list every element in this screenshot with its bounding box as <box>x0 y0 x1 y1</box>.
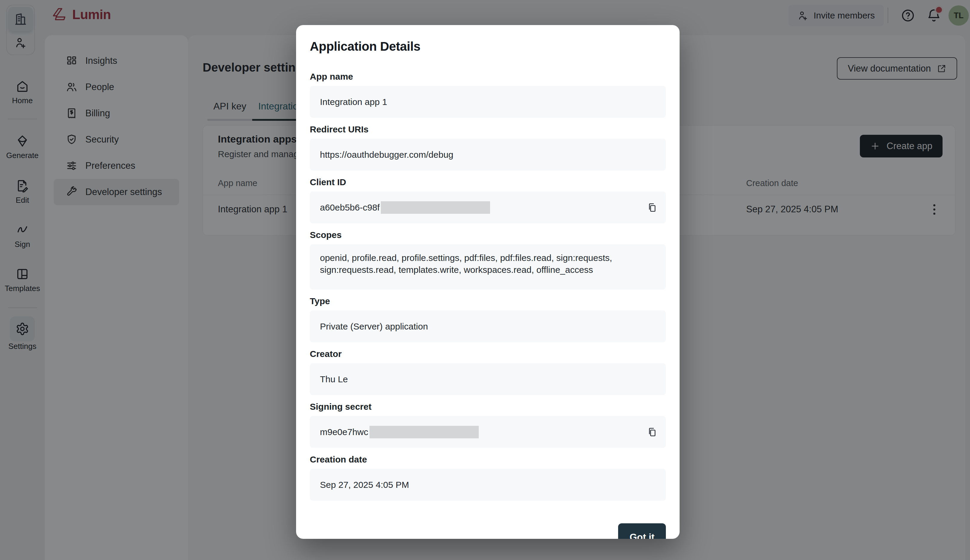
client-id-redaction <box>381 201 490 214</box>
type-label: Type <box>310 295 666 307</box>
client-id-value: a60eb5b6-c98f <box>320 202 380 213</box>
redirect-uris-label: Redirect URIs <box>310 124 666 135</box>
signing-secret-value: m9e0e7hwc <box>320 427 368 437</box>
signing-secret-label: Signing secret <box>310 401 666 412</box>
creation-date-label: Creation date <box>310 454 666 465</box>
type-value: Private (Server) application <box>320 322 428 332</box>
creator-label: Creator <box>310 348 666 359</box>
app-name-value: Integration app 1 <box>320 97 387 107</box>
copy-icon <box>647 202 657 213</box>
redirect-uris-value: https://oauthdebugger.com/debug <box>320 150 453 160</box>
client-id-label: Client ID <box>310 177 666 188</box>
creator-value: Thu Le <box>320 374 348 384</box>
scopes-label: Scopes <box>310 229 666 240</box>
type-field: Private (Server) application <box>310 310 666 342</box>
creation-date-value: Sep 27, 2025 4:05 PM <box>320 480 409 490</box>
copy-client-id-button[interactable] <box>647 202 657 213</box>
app-name-label: App name <box>310 71 666 82</box>
app-name-field: Integration app 1 <box>310 86 666 118</box>
creator-field: Thu Le <box>310 363 666 395</box>
client-id-field: a60eb5b6-c98f <box>310 192 666 223</box>
creation-date-field: Sep 27, 2025 4:05 PM <box>310 469 666 501</box>
signing-secret-field: m9e0e7hwc <box>310 416 666 448</box>
application-details-modal: Application Details App name Integration… <box>296 25 680 539</box>
copy-signing-secret-button[interactable] <box>647 427 657 437</box>
got-it-button[interactable]: Got it <box>618 523 666 539</box>
scopes-field: openid, profile.read, profile.settings, … <box>310 244 666 290</box>
redirect-uris-field: https://oauthdebugger.com/debug <box>310 139 666 170</box>
scopes-value: openid, profile.read, profile.settings, … <box>320 252 656 276</box>
app-screen: Lumin Invite members TL <box>0 0 970 560</box>
signing-secret-redaction <box>370 426 479 438</box>
copy-icon <box>647 427 657 437</box>
modal-title: Application Details <box>310 39 666 54</box>
